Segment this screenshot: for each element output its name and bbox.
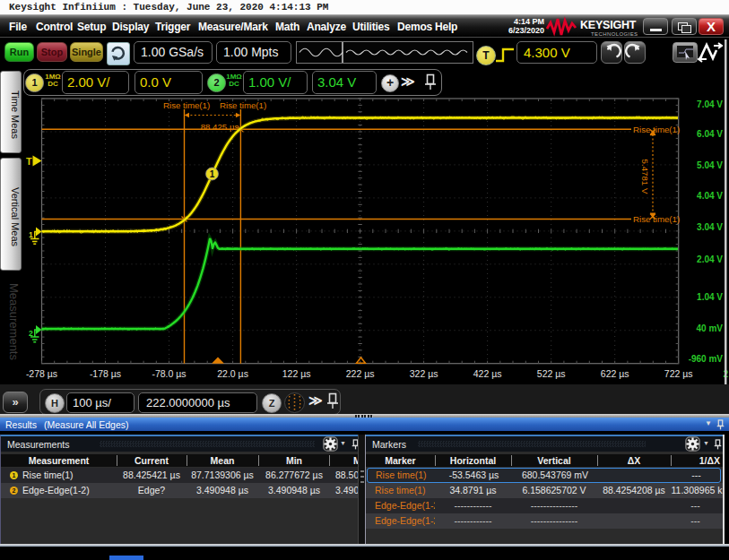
svg-text:-178 µs: -178 µs [90, 368, 121, 379]
svg-text:1.04 V: 1.04 V [697, 292, 723, 302]
svg-text:T: T [26, 156, 32, 167]
svg-text:-78.0 µs: -78.0 µs [152, 368, 186, 379]
svg-text:1: 1 [210, 169, 215, 179]
svg-text:7.04 V: 7.04 V [697, 99, 723, 109]
svg-text:722 µs: 722 µs [664, 368, 693, 379]
svg-text:4.04 V: 4.04 V [697, 191, 723, 201]
svg-text:422 µs: 422 µs [473, 368, 502, 379]
svg-text:5.04 V: 5.04 V [697, 160, 723, 170]
svg-text:-960 mV: -960 mV [689, 354, 724, 364]
svg-text:622 µs: 622 µs [601, 368, 629, 379]
svg-text:Rise time(1): Rise time(1) [163, 100, 210, 110]
svg-text:222 µs: 222 µs [346, 368, 375, 379]
svg-text:2: 2 [29, 329, 33, 338]
svg-text:22.0 µs: 22.0 µs [217, 368, 248, 379]
svg-text:-278 µs: -278 µs [26, 368, 57, 379]
svg-text:322 µs: 322 µs [410, 368, 438, 379]
svg-text:88.425 µs: 88.425 µs [201, 122, 239, 132]
svg-text:40 mV: 40 mV [697, 323, 724, 333]
svg-text:3.04 V: 3.04 V [697, 222, 723, 232]
svg-text:522 µs: 522 µs [537, 368, 566, 379]
svg-text:122 µs: 122 µs [282, 368, 311, 379]
svg-text:6.04 V: 6.04 V [697, 129, 723, 139]
svg-text:Rise time(1): Rise time(1) [220, 100, 266, 110]
svg-text:1: 1 [29, 230, 33, 239]
svg-text:Rise time(1): Rise time(1) [633, 214, 680, 224]
svg-text:Rise time(1): Rise time(1) [633, 125, 680, 134]
svg-text:2.04 V: 2.04 V [697, 254, 723, 264]
svg-text:5.4781 V: 5.4781 V [640, 159, 650, 194]
